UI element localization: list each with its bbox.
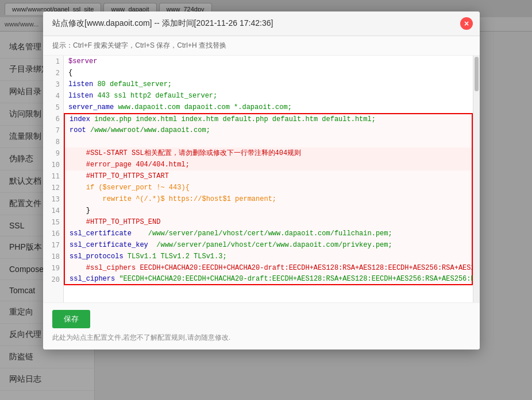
code-line-10[interactable]: #error_page 404/404.html; xyxy=(64,159,473,170)
code-line-9[interactable]: #SSL-START SSL相关配置，请勿删除或修改下一行带注释的404规则 xyxy=(64,147,473,159)
modal-header: 站点修改[www.dapaoit.com] -- 添加时间[2021-11-26… xyxy=(43,11,480,36)
line-number-20: 20 xyxy=(43,274,63,285)
line-number-16: 16 xyxy=(43,228,63,239)
line-number-6: 6 xyxy=(43,113,63,125)
code-line-4[interactable]: listen 443 ssl http2 default_server; xyxy=(64,90,473,102)
code-editor[interactable]: $server{ listen 80 default_server; liste… xyxy=(64,56,473,302)
line-number-12: 12 xyxy=(43,182,63,193)
line-number-7: 7 xyxy=(43,125,63,136)
line-number-10: 10 xyxy=(43,159,63,170)
code-line-8[interactable] xyxy=(64,136,473,147)
modal-footer: 保存 此处为站点主配置文件,若您不了解配置规则,请勿随意修改. xyxy=(43,302,480,349)
line-number-9: 9 xyxy=(43,147,63,159)
code-line-18[interactable]: ssl_protocols TLSv1.1 TLSv1.2 TLSv1.3; xyxy=(64,251,473,262)
line-number-13: 13 xyxy=(43,193,63,205)
modal-body[interactable]: 1234567891011121314151617181920 $server{… xyxy=(43,56,480,302)
line-number-11: 11 xyxy=(43,170,63,182)
code-line-20[interactable]: ssl_ciphers "EECDH+CHACHA20:EECDH+CHACHA… xyxy=(64,274,473,285)
code-line-19[interactable]: #ssl_ciphers EECDH+CHACHA20:EECDH+CHACHA… xyxy=(64,262,473,274)
code-line-3[interactable]: listen 80 default_server; xyxy=(64,79,473,90)
scrollbar-thumb[interactable] xyxy=(475,57,479,91)
code-line-6[interactable]: index index.php index.html index.htm def… xyxy=(64,113,473,125)
code-line-2[interactable]: { xyxy=(64,67,473,79)
code-line-5[interactable]: server_name www.dapaoit.com dapaoit.com … xyxy=(64,102,473,113)
code-line-11[interactable]: #HTTP_TO_HTTPS_START xyxy=(64,170,473,182)
scrollbar-track[interactable] xyxy=(473,56,480,302)
code-line-1[interactable]: $server xyxy=(64,56,473,67)
code-line-12[interactable]: if ($server_port !~ 443){ xyxy=(64,182,473,193)
save-button[interactable]: 保存 xyxy=(52,310,90,328)
config-modal: 站点修改[www.dapaoit.com] -- 添加时间[2021-11-26… xyxy=(43,11,480,349)
code-line-17[interactable]: ssl_certificate_key /www/server/panel/vh… xyxy=(64,239,473,251)
footer-note: 此处为站点主配置文件,若您不了解配置规则,请勿随意修改. xyxy=(52,333,471,343)
line-number-17: 17 xyxy=(43,239,63,251)
line-number-14: 14 xyxy=(43,205,63,216)
modal-title: 站点修改[www.dapaoit.com] -- 添加时间[2021-11-26… xyxy=(52,18,273,29)
modal-close-button[interactable]: × xyxy=(460,17,473,30)
line-numbers: 1234567891011121314151617181920 xyxy=(43,56,64,302)
line-number-15: 15 xyxy=(43,216,63,228)
code-line-15[interactable]: #HTTP_TO_HTTPS_END xyxy=(64,216,473,228)
line-number-18: 18 xyxy=(43,251,63,262)
line-number-5: 5 xyxy=(43,102,63,113)
line-number-3: 3 xyxy=(43,79,63,90)
modal-hint: 提示：Ctrl+F 搜索关键字，Ctrl+S 保存，Ctrl+H 查找替换 xyxy=(43,36,480,56)
code-line-14[interactable]: } xyxy=(64,205,473,216)
line-number-1: 1 xyxy=(43,56,63,67)
line-number-4: 4 xyxy=(43,90,63,102)
code-line-7[interactable]: root /www/wwwroot/www.dapaoit.com; xyxy=(64,125,473,136)
line-number-8: 8 xyxy=(43,136,63,147)
line-number-19: 19 xyxy=(43,262,63,274)
line-number-2: 2 xyxy=(43,67,63,79)
code-line-16[interactable]: ssl_certificate /www/server/panel/vhost/… xyxy=(64,228,473,239)
code-line-13[interactable]: rewrite ^(/.*)$ https://$host$1 permanen… xyxy=(64,193,473,205)
